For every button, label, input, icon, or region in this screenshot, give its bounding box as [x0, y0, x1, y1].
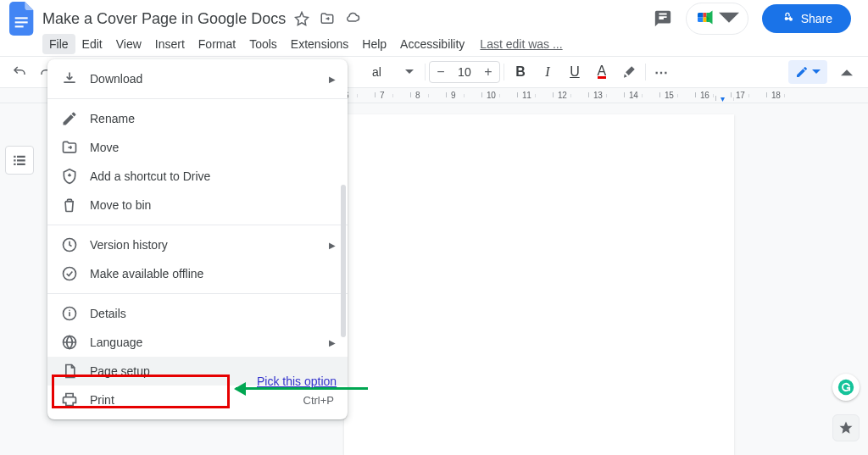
file-menu-dropdown: Download▶RenameMoveAdd a shortcut to Dri… — [47, 59, 348, 419]
menu-view[interactable]: View — [109, 34, 148, 54]
last-edit-link[interactable]: Last edit was ... — [480, 37, 562, 51]
annotation-text: Pick this option — [257, 375, 337, 388]
comment-history-icon[interactable] — [654, 9, 672, 28]
underline-button[interactable]: U — [562, 60, 587, 84]
svg-rect-2 — [15, 25, 24, 27]
annotation-highlight-box — [52, 375, 230, 408]
menu-insert[interactable]: Insert — [148, 34, 192, 54]
text-color-button[interactable]: A — [589, 60, 615, 84]
font-size-input[interactable] — [452, 65, 477, 79]
doc-title[interactable]: Make a Cover Page in Google Docs — [37, 10, 286, 28]
trash-icon — [61, 197, 78, 214]
svg-rect-5 — [14, 159, 15, 161]
docs-logo-icon[interactable] — [7, 3, 37, 34]
explore-fab-button[interactable] — [832, 414, 860, 441]
svg-rect-7 — [14, 164, 15, 165]
menu-edit[interactable]: Edit — [75, 34, 109, 54]
svg-rect-4 — [17, 156, 25, 158]
document-outline-button[interactable] — [5, 146, 34, 175]
file-menu-make-available-offline[interactable]: Make available offline — [47, 259, 348, 288]
svg-point-10 — [64, 268, 76, 280]
shortcut-icon — [61, 168, 78, 185]
file-menu-move-to-bin[interactable]: Move to bin — [47, 191, 348, 219]
share-label: Share — [801, 12, 832, 25]
submenu-arrow-icon: ▶ — [329, 241, 336, 250]
menu-extensions[interactable]: Extensions — [284, 34, 355, 54]
font-size-increase[interactable]: + — [477, 62, 499, 82]
menu-tools[interactable]: Tools — [242, 34, 284, 54]
file-menu-language[interactable]: Language▶ — [47, 328, 348, 357]
submenu-arrow-icon: ▶ — [329, 75, 336, 84]
menu-file[interactable]: File — [42, 34, 75, 54]
svg-rect-1 — [15, 21, 28, 23]
download-icon — [61, 70, 78, 87]
offline-icon — [61, 265, 78, 282]
more-toolbar-button[interactable]: ⋯ — [649, 60, 675, 84]
grammarly-fab-icon[interactable] — [832, 374, 860, 401]
rename-icon — [61, 110, 78, 127]
svg-point-13 — [838, 380, 854, 395]
undo-button[interactable] — [7, 60, 32, 84]
menu-accessibility[interactable]: Accessibility — [393, 34, 471, 54]
share-button[interactable]: Share — [762, 4, 851, 33]
svg-rect-8 — [17, 164, 25, 165]
svg-rect-0 — [15, 17, 28, 19]
submenu-arrow-icon: ▶ — [329, 338, 336, 347]
meet-button[interactable] — [686, 3, 748, 35]
font-size-decrease[interactable]: − — [430, 62, 452, 82]
font-select[interactable]: al — [364, 64, 421, 80]
file-menu-download[interactable]: Download▶ — [47, 64, 348, 93]
editing-mode-button[interactable] — [788, 60, 827, 84]
svg-rect-3 — [14, 156, 15, 158]
star-icon[interactable] — [294, 11, 309, 26]
file-menu-add-a-shortcut-to-drive[interactable]: Add a shortcut to Drive — [47, 162, 348, 191]
language-icon — [61, 334, 78, 351]
history-icon — [61, 236, 78, 253]
file-menu-rename[interactable]: Rename — [47, 104, 348, 133]
collapse-toolbar-button[interactable] — [834, 60, 860, 84]
file-menu-version-history[interactable]: Version history▶ — [47, 230, 348, 259]
details-icon — [61, 305, 78, 322]
svg-rect-6 — [17, 159, 25, 161]
document-page[interactable] — [344, 114, 734, 455]
menubar: FileEditViewInsertFormatToolsExtensionsH… — [0, 32, 868, 56]
italic-button[interactable]: I — [535, 60, 560, 84]
font-size-group: − + — [429, 61, 500, 83]
bold-button[interactable]: B — [508, 60, 533, 84]
move-to-folder-icon[interactable] — [320, 11, 335, 26]
menu-format[interactable]: Format — [192, 34, 242, 54]
menu-help[interactable]: Help — [355, 34, 393, 54]
file-menu-move[interactable]: Move — [47, 133, 348, 162]
move-icon — [61, 139, 78, 156]
cloud-status-icon[interactable] — [345, 11, 360, 26]
right-indent-marker-icon[interactable]: ▾ — [721, 94, 756, 103]
highlight-color-button[interactable] — [616, 60, 642, 84]
file-menu-details[interactable]: Details — [47, 299, 348, 328]
